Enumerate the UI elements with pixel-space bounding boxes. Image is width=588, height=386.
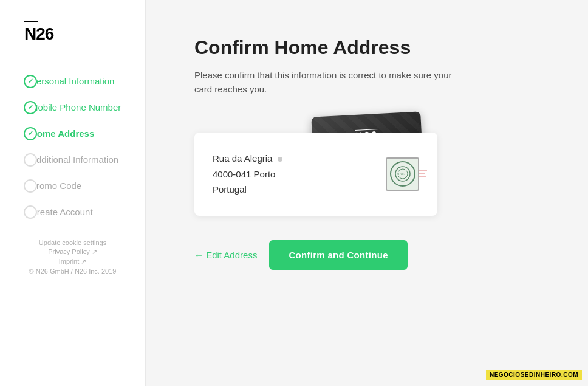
imprint-link[interactable]: Imprint ↗ — [12, 258, 133, 266]
main-content: Confirm Home Address Please confirm that… — [146, 0, 588, 386]
sidebar-item-mobile-phone-number[interactable]: ✓ Mobile Phone Number — [30, 94, 145, 120]
stamp-line-1 — [419, 170, 427, 171]
edit-address-link[interactable]: ← Edit Address — [194, 250, 257, 260]
address-text-block: Rua da Alegria 4000-041 Porto Portugal — [213, 151, 282, 198]
step-circle-mobile: ✓ — [24, 101, 37, 114]
sidebar-item-label-mobile-phone: Mobile Phone Number — [30, 102, 121, 112]
privacy-policy-link[interactable]: Privacy Policy ↗ — [12, 248, 133, 256]
confirm-continue-button[interactable]: Confirm and Continue — [269, 240, 408, 270]
check-icon: ✓ — [28, 77, 33, 85]
stamp-line-3 — [419, 176, 426, 177]
stamp-line-2 — [419, 173, 425, 174]
sidebar-item-label-create-account: Create Account — [30, 207, 93, 217]
svg-text:PORT: PORT — [398, 172, 407, 176]
address-city: 4000-041 Porto — [213, 167, 282, 182]
sidebar-item-create-account[interactable]: Create Account — [30, 199, 145, 225]
sidebar-item-label-additional-information: Additional Information — [30, 154, 118, 165]
step-circle-promo — [24, 179, 37, 193]
blur-dot — [278, 157, 282, 162]
step-circle-home: ✓ — [24, 127, 37, 140]
cookie-settings-link[interactable]: Update cookie settings — [12, 239, 133, 246]
copyright-text: © N26 GmbH / N26 Inc. 2019 — [29, 267, 117, 275]
nav-steps: ✓ Personal Information ✓ Mobile Phone Nu… — [0, 68, 145, 225]
step-circle-personal: ✓ — [24, 75, 37, 88]
check-icon-mobile: ✓ — [28, 103, 33, 111]
sidebar-item-label-personal-information: Personal Information — [30, 76, 114, 86]
address-country: Portugal — [213, 182, 282, 198]
page-subtitle: Please confirm that this information is … — [194, 69, 462, 96]
address-street: Rua da Alegria — [213, 151, 282, 167]
sidebar-item-label-home-address: Home Address — [30, 128, 94, 139]
stamp-lines — [419, 170, 427, 177]
action-row: ← Edit Address Confirm and Continue — [194, 240, 539, 270]
watermark: NEGOCIOSEDINHEIRO.COM — [486, 370, 582, 380]
sidebar-item-home-address[interactable]: ✓ Home Address — [30, 120, 145, 146]
logo: N26 — [24, 24, 121, 44]
page-title: Confirm Home Address — [194, 36, 539, 59]
sidebar-item-personal-information[interactable]: ✓ Personal Information — [30, 68, 145, 94]
stamp-svg: PORT — [394, 165, 411, 182]
step-circle-create — [24, 205, 37, 219]
check-icon-home: ✓ — [28, 129, 33, 137]
logo-area: N26 — [0, 0, 145, 68]
step-circle-additional — [24, 153, 37, 167]
sidebar-footer: Update cookie settings Privacy Policy ↗ … — [0, 225, 145, 293]
sidebar-item-label-promo-code: Promo Code — [30, 181, 81, 191]
stamp-inner: PORT — [390, 161, 415, 187]
sidebar: N26 ✓ Personal Information ✓ Mobile Phon… — [0, 0, 146, 386]
stamp-area: PORT — [386, 157, 419, 191]
sidebar-item-additional-information[interactable]: Additional Information — [30, 146, 145, 173]
address-card: Rua da Alegria 4000-041 Porto Portugal P… — [194, 133, 437, 216]
logo-overline — [24, 21, 38, 22]
stamp: PORT — [386, 157, 419, 191]
logo-text: N26 — [24, 24, 53, 44]
sidebar-item-promo-code[interactable]: Promo Code — [30, 173, 145, 199]
